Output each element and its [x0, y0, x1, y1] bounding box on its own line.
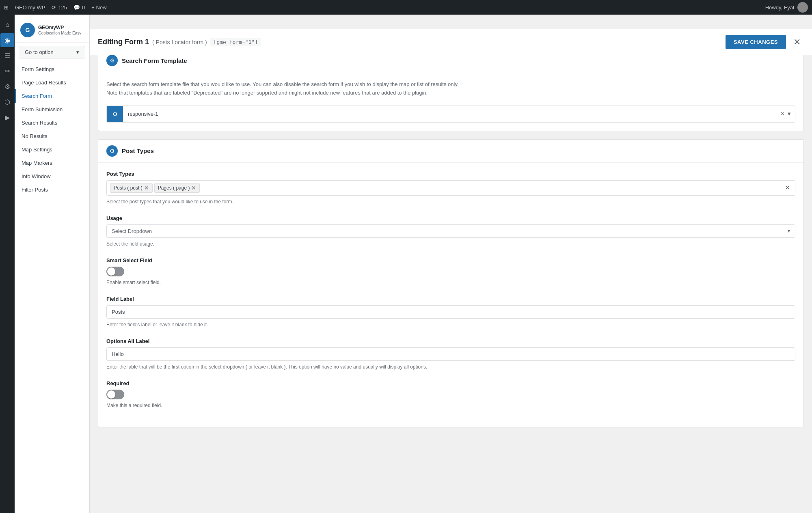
- smart-select-group: Smart Select Field Enable smart select f…: [106, 257, 795, 286]
- adminbar-site-name[interactable]: GEO my WP: [15, 4, 45, 11]
- sidebar-item-info-window-label: Info Window: [22, 173, 51, 179]
- header-title-group: Editing Form 1 ( Posts Locator form ) [g…: [98, 38, 261, 46]
- editing-form-label: Editing Form 1: [98, 38, 149, 46]
- icon-bar: ⌂ ◉ ☰ ✏ ⚙ ⬡ ▶: [0, 15, 15, 513]
- header-meta: ( Posts Locator form ): [152, 39, 207, 45]
- adminbar-new[interactable]: + New: [91, 4, 106, 11]
- desc-line2: Note that templates that are labeled "De…: [106, 89, 795, 97]
- sidebar-item-no-results[interactable]: No Results: [15, 129, 89, 143]
- search-form-template-description: Select the search form template file tha…: [106, 80, 795, 97]
- sidebar-item-search-form[interactable]: Search Form: [15, 89, 89, 103]
- sidebar-item-map-markers-label: Map Markers: [22, 160, 52, 166]
- required-toggle-wrapper: [106, 390, 795, 399]
- required-toggle-knob: [107, 390, 115, 399]
- search-form-template-section: ⚙ Search Form Template Select the search…: [98, 49, 804, 131]
- updates-icon: ⟳: [52, 4, 56, 11]
- smart-select-label: Smart Select Field: [106, 257, 795, 263]
- template-select-actions[interactable]: ✕ ▼: [777, 111, 795, 117]
- icon-bar-home[interactable]: ⌂: [0, 18, 14, 32]
- usage-group: Usage Select Dropdown ▼ Select the field…: [106, 215, 795, 248]
- sidebar-item-form-submission-label: Form Submission: [22, 106, 63, 112]
- search-form-template-body: Select the search form template file tha…: [98, 72, 803, 131]
- sidebar-item-search-results[interactable]: Search Results: [15, 116, 89, 129]
- save-changes-button[interactable]: SAVE CHANGES: [726, 35, 786, 49]
- options-all-group: Options All Label Enter the lable that w…: [106, 338, 795, 371]
- sidebar-goto-dropdown[interactable]: Go to option ▾: [19, 46, 85, 58]
- template-select-wrapper: ⚙ ✕ ▼: [106, 106, 795, 123]
- icon-bar-list[interactable]: ☰: [0, 49, 14, 63]
- avatar: [797, 2, 808, 13]
- sidebar-logo-text-wrap: GEOmyWP Geolocation Made Easy: [38, 25, 81, 36]
- new-label: + New: [91, 4, 106, 11]
- icon-bar-geo[interactable]: ◉: [0, 33, 14, 47]
- shortcode-label: [gmw form="1"]: [210, 38, 261, 46]
- required-description: Make this a required field.: [106, 402, 795, 409]
- required-toggle[interactable]: [106, 390, 124, 399]
- sidebar-logo-text: GEOmyWP: [38, 25, 81, 31]
- field-label-group: Field Label Enter the field's label or l…: [106, 296, 795, 328]
- usage-label: Usage: [106, 215, 795, 221]
- field-label-label: Field Label: [106, 296, 795, 302]
- template-select-input[interactable]: [123, 108, 777, 120]
- main-content: ⚙ Search Form Template Select the search…: [90, 41, 812, 513]
- search-form-template-title: Search Form Template: [122, 57, 187, 64]
- main-layout: ⌂ ◉ ☰ ✏ ⚙ ⬡ ▶ G GEOmyWP Geolocation Made…: [0, 15, 812, 513]
- sidebar-item-info-window[interactable]: Info Window: [15, 170, 89, 183]
- tag-page-remove[interactable]: ✕: [191, 185, 196, 191]
- icon-bar-settings[interactable]: ⚙: [0, 80, 14, 93]
- tag-post-remove[interactable]: ✕: [144, 185, 149, 191]
- sidebar-goto-label: Go to option: [25, 49, 54, 55]
- updates-count: 125: [58, 4, 67, 11]
- tags-input[interactable]: Posts ( post ) ✕ Pages ( page ) ✕ ✕: [106, 180, 795, 196]
- adminbar-user: Howdy, Eyal: [765, 2, 808, 13]
- icon-bar-hex[interactable]: ⬡: [0, 95, 14, 109]
- options-all-description: Enter the lable that will be the first o…: [106, 363, 795, 371]
- smart-select-toggle-wrapper: [106, 267, 795, 276]
- sidebar-logo-icon: G: [20, 23, 35, 37]
- sidebar-goto-arrow: ▾: [76, 49, 79, 55]
- sidebar-item-form-settings-label: Form Settings: [22, 66, 54, 72]
- post-types-group: Post Types Posts ( post ) ✕ Pages ( page…: [106, 171, 795, 205]
- template-clear-icon[interactable]: ✕: [780, 111, 785, 117]
- sidebar-item-map-settings[interactable]: Map Settings: [15, 143, 89, 156]
- post-types-label: Post Types: [106, 171, 795, 177]
- post-types-section: ⚙ Post Types Post Types Posts ( post ) ✕: [98, 139, 804, 427]
- search-form-template-icon: ⚙: [106, 55, 118, 66]
- tag-post: Posts ( post ) ✕: [110, 183, 153, 193]
- page-header: Editing Form 1 ( Posts Locator form ) [g…: [90, 29, 812, 55]
- sidebar-item-map-markers[interactable]: Map Markers: [15, 156, 89, 170]
- post-types-icon: ⚙: [106, 145, 118, 157]
- tags-clear-all[interactable]: ✕: [783, 183, 792, 192]
- sidebar-item-filter-posts[interactable]: Filter Posts: [15, 183, 89, 196]
- required-label: Required: [106, 380, 795, 386]
- field-label-input[interactable]: [106, 305, 795, 319]
- sidebar-item-form-submission[interactable]: Form Submission: [15, 103, 89, 116]
- wp-logo-icon: ⊞: [4, 4, 9, 11]
- main-area: Editing Form 1 ( Posts Locator form ) [g…: [90, 15, 812, 513]
- sidebar-logo-sub: Geolocation Made Easy: [38, 31, 81, 35]
- sidebar-logo: G GEOmyWP Geolocation Made Easy: [15, 18, 89, 43]
- smart-select-toggle[interactable]: [106, 267, 124, 276]
- post-types-title: Post Types: [122, 147, 154, 154]
- sidebar-item-page-load-results[interactable]: Page Load Results: [15, 76, 89, 89]
- tag-page: Pages ( page ) ✕: [154, 183, 200, 193]
- adminbar-updates[interactable]: ⟳ 125: [52, 4, 67, 11]
- usage-select[interactable]: Select Dropdown: [106, 224, 795, 238]
- sidebar-item-form-settings[interactable]: Form Settings: [15, 63, 89, 76]
- adminbar-comments[interactable]: 💬 0: [73, 4, 85, 11]
- site-name-label: GEO my WP: [15, 4, 45, 11]
- sidebar-item-filter-posts-label: Filter Posts: [22, 187, 48, 193]
- tag-page-label: Pages ( page ): [158, 185, 190, 191]
- usage-description: Select the field usage.: [106, 240, 795, 248]
- template-select-icon: ⚙: [107, 106, 123, 122]
- usage-select-wrapper: Select Dropdown ▼: [106, 224, 795, 238]
- options-all-input[interactable]: [106, 347, 795, 361]
- icon-bar-play[interactable]: ▶: [0, 110, 14, 124]
- icon-bar-edit[interactable]: ✏: [0, 64, 14, 78]
- header-actions: SAVE CHANGES ✕: [726, 35, 804, 49]
- adminbar-wp-logo[interactable]: ⊞: [4, 4, 9, 11]
- template-dropdown-icon[interactable]: ▼: [786, 111, 792, 117]
- close-button[interactable]: ✕: [790, 35, 804, 49]
- post-types-description: Select the post types that you would lik…: [106, 198, 795, 205]
- howdy-label: Howdy, Eyal: [765, 4, 794, 11]
